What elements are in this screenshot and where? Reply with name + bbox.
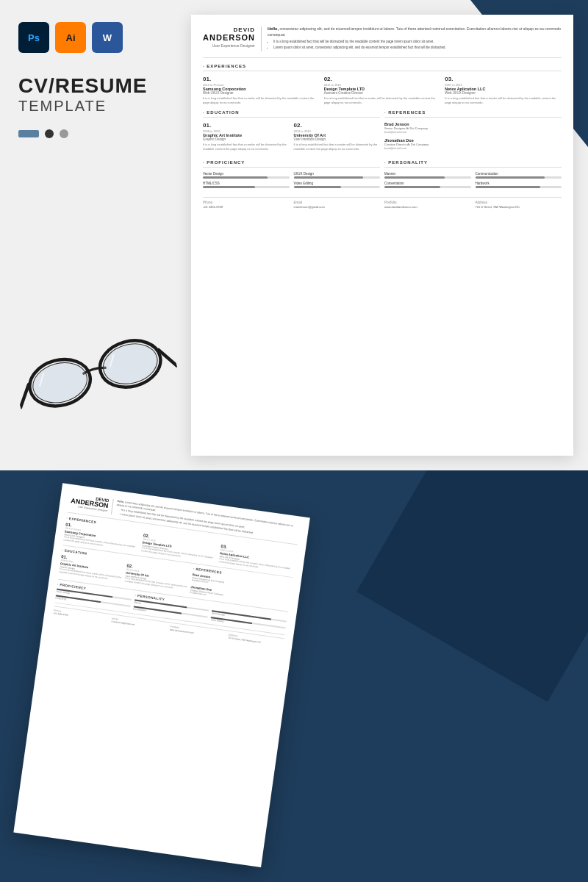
skill-video: Video Editing [294,182,381,188]
exp-item-1: 01. 2015 to Present Samsung Corpocetion … [203,76,320,104]
glasses-illustration [0,294,191,456]
exp-item-3: 03. 2007 to 2014 Netex Aplication LLC We… [445,76,562,104]
resume-role: User Experience Designer [203,43,255,48]
edu-item-1: 01. 2008 to 2012 Graphic Art Institute G… [203,122,290,151]
experiences-grid: 01. 2015 to Present Samsung Corpocetion … [203,76,562,104]
word-icon: W [92,22,123,53]
education-grid: 01. 2008 to 2012 Graphic Art Institute G… [203,122,380,151]
resume-preview-card: DEVID ANDERSON User Experience Designer … [191,15,573,456]
skill-row-2: HTML/CSS Video Editing [203,182,380,188]
pers-consentation: Consentation [384,182,471,188]
cv-title-sub: TEMPLATE [18,98,173,115]
prof-pers-section: PROFICIENCY Vector Design UI/UX Design H… [203,160,562,191]
edu-item-2: 02. 2012 to 2015 University Of Art User … [294,122,381,151]
software-icons-row: Ps Ai W [18,22,173,53]
resume-footer: Phone +01 3456-6789 Email d.anderson@gma… [203,197,562,209]
pers-manner: Manner [384,172,471,179]
ref-1: Brad Jonson Senior Designer At Dot Compa… [384,122,562,134]
proficiency-header: PROFICIENCY [203,160,380,168]
swatch-rect [18,130,39,137]
angled-resume-preview: DEVID ANDERSON User Experience Designer … [13,483,309,867]
references-header: REFERENCES [384,110,562,118]
skill-html: HTML/CSS [203,182,290,188]
resume-intro-bullets: It is a long established fact that will … [268,40,562,51]
pers-comm: Communication [476,172,562,179]
ref-2: Jhonathan Doe Creative Director At Dot C… [384,138,562,150]
resume-bullet-1: It is a long established fact that will … [273,40,562,44]
education-header: EDUCATION [203,110,380,118]
pers-row-1: Manner Communication [384,172,562,179]
illustrator-icon: Ai [55,22,86,53]
experiences-header: EXPERIENCES [203,64,562,71]
pers-row-2: Consentation Hardwork [384,182,562,188]
mini-name-block: DEVID ANDERSON User Experience Designer [68,493,113,514]
resume-header: DEVID ANDERSON User Experience Designer … [203,26,562,58]
edu-ref-section: EDUCATION 01. 2008 to 2012 Graphic Art I… [203,110,562,154]
cv-title-main: CV/RESUME [18,75,173,98]
footer-email: Email d.anderson@gmail.com [294,201,381,209]
resume-hello: Hello, [268,26,279,31]
personality-header: PERSONALITY [384,160,562,168]
footer-address: Address 715 O Street, NW Washington DC [476,201,562,209]
resume-intro-text: consectetur adipiscing elit, sed do eius… [268,26,561,37]
left-panel: Ps Ai W CV/RESUME TEMPLATE [0,0,191,470]
resume-first-name: DEVID [203,26,255,33]
bg-decor [356,470,588,702]
experiences-section: EXPERIENCES 01. 2015 to Present Samsung … [203,64,562,104]
swatch-light [60,129,68,138]
bottom-section: DEVID ANDERSON User Experience Designer … [0,470,588,882]
education-col: EDUCATION 01. 2008 to 2012 Graphic Art I… [203,110,380,154]
pers-hardwork: Hardwork [476,182,562,188]
footer-portfolio: Portfolio www.davidanderson.com [384,201,471,209]
swatch-dark [45,129,54,138]
personality-col: PERSONALITY Manner Communication Consent… [384,160,562,191]
resume-bullet-2: Lorem ipsum dolor sit amet, consectetur … [273,46,562,50]
resume-last-name: ANDERSON [203,33,255,42]
references-col: REFERENCES Brad Jonson Senior Designer A… [384,110,562,154]
cv-title: CV/RESUME TEMPLATE [18,75,173,115]
proficiency-col: PROFICIENCY Vector Design UI/UX Design H… [203,160,380,191]
skill-row-1: Vector Design UI/UX Design [203,172,380,179]
glasses-svg [6,312,185,439]
resume-name-block: DEVID ANDERSON User Experience Designer [203,26,262,51]
color-swatches [18,129,173,138]
exp-item-2: 02. 2012 to 2015 Design Template LTD Ass… [324,76,441,104]
resume-intro: Hello, consectetur adipiscing elit, sed … [262,26,562,51]
skill-uiux: UI/UX Design [294,172,381,179]
footer-phone: Phone +01 3456-6789 [203,201,290,209]
skill-vector: Vector Design [203,172,290,179]
photoshop-icon: Ps [18,22,49,53]
top-section: Ps Ai W CV/RESUME TEMPLATE [0,0,588,470]
